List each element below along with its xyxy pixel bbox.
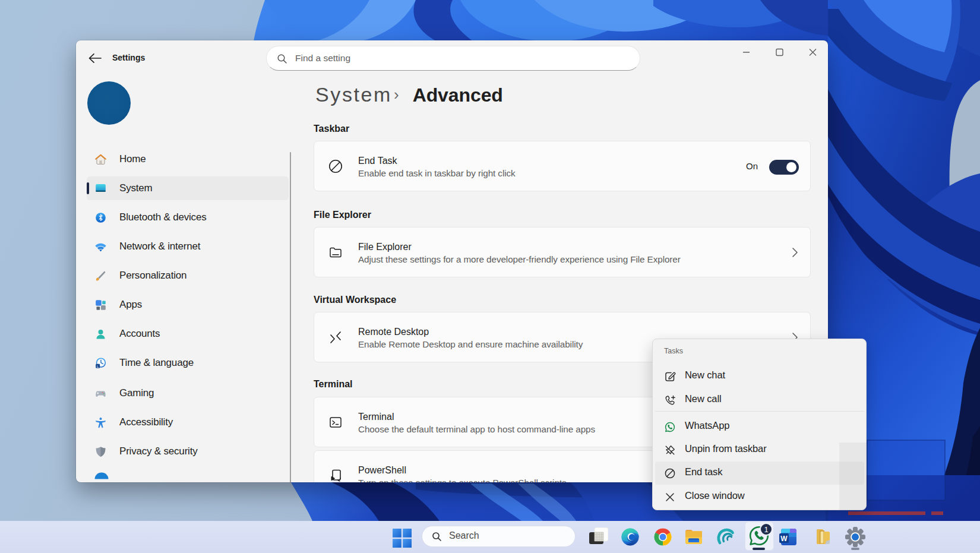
svg-text:L: L (97, 365, 99, 368)
svg-text:W: W (780, 535, 788, 543)
